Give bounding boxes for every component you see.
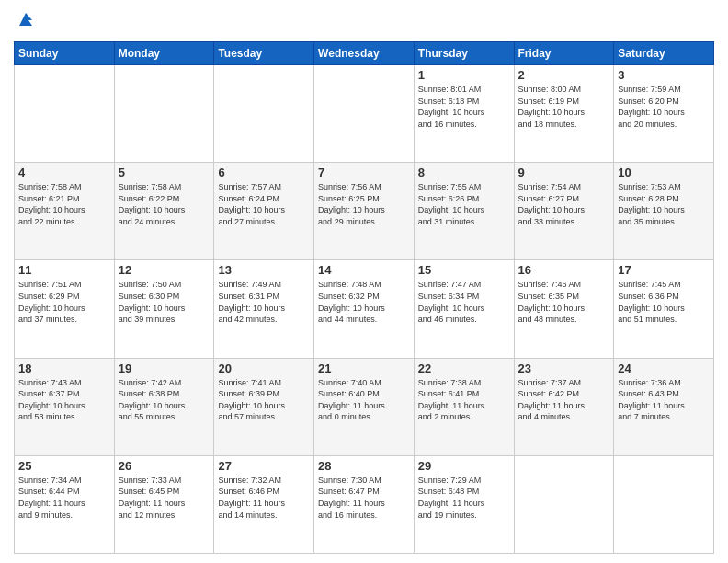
day-number: 1 (418, 68, 510, 82)
day-info: Sunrise: 7:42 AM Sunset: 6:38 PM Dayligh… (119, 377, 210, 423)
weekday-header-saturday: Saturday (614, 42, 714, 65)
calendar-cell: 1Sunrise: 8:01 AM Sunset: 6:18 PM Daylig… (414, 65, 514, 163)
calendar-cell: 11Sunrise: 7:51 AM Sunset: 6:29 PM Dayli… (15, 260, 115, 358)
day-number: 8 (418, 166, 510, 179)
calendar-cell: 24Sunrise: 7:36 AM Sunset: 6:43 PM Dayli… (614, 358, 714, 455)
weekday-header-row: SundayMondayTuesdayWednesdayThursdayFrid… (15, 42, 714, 65)
day-number: 6 (218, 166, 310, 179)
day-info: Sunrise: 7:56 AM Sunset: 6:25 PM Dayligh… (318, 181, 410, 227)
day-number: 2 (518, 68, 610, 82)
day-info: Sunrise: 7:54 AM Sunset: 6:27 PM Dayligh… (518, 181, 610, 227)
calendar-cell: 8Sunrise: 7:55 AM Sunset: 6:26 PM Daylig… (414, 163, 514, 260)
calendar-cell: 28Sunrise: 7:30 AM Sunset: 6:47 PM Dayli… (314, 455, 415, 553)
day-number: 17 (618, 263, 710, 277)
week-row-3: 18Sunrise: 7:43 AM Sunset: 6:37 PM Dayli… (15, 358, 714, 455)
calendar-cell (514, 455, 614, 553)
day-info: Sunrise: 8:01 AM Sunset: 6:18 PM Dayligh… (418, 84, 510, 130)
day-info: Sunrise: 7:32 AM Sunset: 6:46 PM Dayligh… (218, 475, 310, 521)
weekday-header-monday: Monday (114, 42, 214, 65)
calendar-cell (15, 65, 115, 163)
day-number: 27 (218, 459, 310, 473)
weekday-header-thursday: Thursday (414, 42, 514, 65)
day-number: 18 (18, 362, 110, 375)
day-info: Sunrise: 7:58 AM Sunset: 6:21 PM Dayligh… (18, 181, 110, 227)
week-row-0: 1Sunrise: 8:01 AM Sunset: 6:18 PM Daylig… (15, 65, 714, 163)
week-row-4: 25Sunrise: 7:34 AM Sunset: 6:44 PM Dayli… (15, 455, 714, 553)
calendar-cell: 18Sunrise: 7:43 AM Sunset: 6:37 PM Dayli… (15, 358, 115, 455)
day-number: 3 (618, 68, 710, 82)
day-number: 25 (18, 459, 110, 473)
day-info: Sunrise: 7:58 AM Sunset: 6:22 PM Dayligh… (119, 181, 210, 227)
day-info: Sunrise: 7:38 AM Sunset: 6:41 PM Dayligh… (418, 377, 510, 423)
calendar-cell: 20Sunrise: 7:41 AM Sunset: 6:39 PM Dayli… (214, 358, 314, 455)
day-info: Sunrise: 7:55 AM Sunset: 6:26 PM Dayligh… (418, 181, 510, 227)
day-info: Sunrise: 7:33 AM Sunset: 6:45 PM Dayligh… (119, 475, 210, 521)
day-number: 12 (119, 263, 210, 277)
calendar-cell: 7Sunrise: 7:56 AM Sunset: 6:25 PM Daylig… (314, 163, 415, 260)
calendar-cell: 16Sunrise: 7:46 AM Sunset: 6:35 PM Dayli… (514, 260, 614, 358)
day-number: 22 (418, 362, 510, 375)
calendar-cell: 5Sunrise: 7:58 AM Sunset: 6:22 PM Daylig… (114, 163, 214, 260)
day-number: 24 (618, 362, 710, 375)
day-info: Sunrise: 7:47 AM Sunset: 6:34 PM Dayligh… (418, 279, 510, 325)
calendar-cell: 19Sunrise: 7:42 AM Sunset: 6:38 PM Dayli… (114, 358, 214, 455)
calendar-cell: 10Sunrise: 7:53 AM Sunset: 6:28 PM Dayli… (614, 163, 714, 260)
header (14, 9, 714, 34)
calendar-cell: 2Sunrise: 8:00 AM Sunset: 6:19 PM Daylig… (514, 65, 614, 163)
calendar-cell: 15Sunrise: 7:47 AM Sunset: 6:34 PM Dayli… (414, 260, 514, 358)
day-info: Sunrise: 7:41 AM Sunset: 6:39 PM Dayligh… (218, 377, 310, 423)
calendar-cell (314, 65, 415, 163)
calendar-cell: 23Sunrise: 7:37 AM Sunset: 6:42 PM Dayli… (514, 358, 614, 455)
day-number: 21 (318, 362, 410, 375)
day-info: Sunrise: 7:53 AM Sunset: 6:28 PM Dayligh… (618, 181, 710, 227)
day-number: 9 (518, 166, 610, 179)
page: SundayMondayTuesdayWednesdayThursdayFrid… (0, 0, 728, 563)
day-number: 19 (119, 362, 210, 375)
day-info: Sunrise: 7:34 AM Sunset: 6:44 PM Dayligh… (18, 475, 110, 521)
weekday-header-friday: Friday (514, 42, 614, 65)
calendar-cell: 21Sunrise: 7:40 AM Sunset: 6:40 PM Dayli… (314, 358, 415, 455)
logo (14, 9, 36, 34)
day-info: Sunrise: 7:40 AM Sunset: 6:40 PM Dayligh… (318, 377, 410, 423)
day-info: Sunrise: 8:00 AM Sunset: 6:19 PM Dayligh… (518, 84, 610, 130)
day-info: Sunrise: 7:45 AM Sunset: 6:36 PM Dayligh… (618, 279, 710, 325)
calendar-cell: 12Sunrise: 7:50 AM Sunset: 6:30 PM Dayli… (114, 260, 214, 358)
day-number: 15 (418, 263, 510, 277)
day-number: 11 (18, 263, 110, 277)
day-number: 23 (518, 362, 610, 375)
day-info: Sunrise: 7:50 AM Sunset: 6:30 PM Dayligh… (119, 279, 210, 325)
day-info: Sunrise: 7:59 AM Sunset: 6:20 PM Dayligh… (618, 84, 710, 130)
calendar-cell: 3Sunrise: 7:59 AM Sunset: 6:20 PM Daylig… (614, 65, 714, 163)
day-number: 26 (119, 459, 210, 473)
day-info: Sunrise: 7:37 AM Sunset: 6:42 PM Dayligh… (518, 377, 610, 423)
day-number: 29 (418, 459, 510, 473)
day-number: 13 (218, 263, 310, 277)
calendar-cell: 17Sunrise: 7:45 AM Sunset: 6:36 PM Dayli… (614, 260, 714, 358)
day-info: Sunrise: 7:49 AM Sunset: 6:31 PM Dayligh… (218, 279, 310, 325)
weekday-header-wednesday: Wednesday (314, 42, 415, 65)
day-info: Sunrise: 7:36 AM Sunset: 6:43 PM Dayligh… (618, 377, 710, 423)
weekday-header-tuesday: Tuesday (214, 42, 314, 65)
week-row-1: 4Sunrise: 7:58 AM Sunset: 6:21 PM Daylig… (15, 163, 714, 260)
week-row-2: 11Sunrise: 7:51 AM Sunset: 6:29 PM Dayli… (15, 260, 714, 358)
day-number: 7 (318, 166, 410, 179)
logo-icon (16, 9, 36, 29)
calendar-cell: 26Sunrise: 7:33 AM Sunset: 6:45 PM Dayli… (114, 455, 214, 553)
calendar-cell (214, 65, 314, 163)
calendar-table: SundayMondayTuesdayWednesdayThursdayFrid… (14, 41, 714, 554)
calendar-cell: 29Sunrise: 7:29 AM Sunset: 6:48 PM Dayli… (414, 455, 514, 553)
day-info: Sunrise: 7:43 AM Sunset: 6:37 PM Dayligh… (18, 377, 110, 423)
calendar-cell (614, 455, 714, 553)
day-info: Sunrise: 7:51 AM Sunset: 6:29 PM Dayligh… (18, 279, 110, 325)
day-number: 16 (518, 263, 610, 277)
day-info: Sunrise: 7:30 AM Sunset: 6:47 PM Dayligh… (318, 475, 410, 521)
day-info: Sunrise: 7:48 AM Sunset: 6:32 PM Dayligh… (318, 279, 410, 325)
calendar-cell: 22Sunrise: 7:38 AM Sunset: 6:41 PM Dayli… (414, 358, 514, 455)
day-number: 28 (318, 459, 410, 473)
day-number: 10 (618, 166, 710, 179)
day-number: 4 (18, 166, 110, 179)
calendar-cell: 9Sunrise: 7:54 AM Sunset: 6:27 PM Daylig… (514, 163, 614, 260)
day-number: 5 (119, 166, 210, 179)
weekday-header-sunday: Sunday (15, 42, 115, 65)
day-number: 14 (318, 263, 410, 277)
